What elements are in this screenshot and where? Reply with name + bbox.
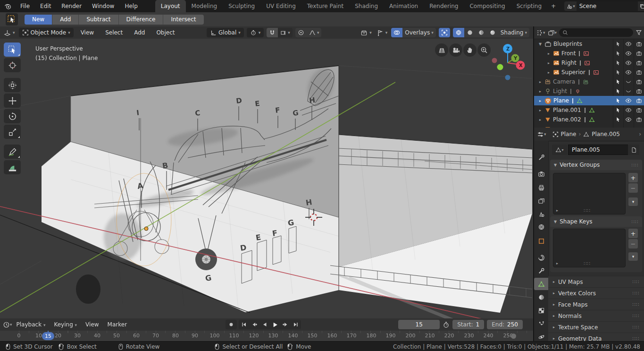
outliner-row-plane-002[interactable]: ▸ Plane.002 (534, 115, 644, 124)
transform-orientation-dropdown[interactable]: Global ▾ (207, 28, 244, 37)
breadcrumb-data[interactable]: Plane.005 (592, 131, 620, 137)
render-toggle[interactable] (634, 58, 644, 68)
hide-toggle[interactable] (623, 86, 634, 96)
menu-help[interactable]: Help (119, 0, 142, 12)
hide-toggle[interactable] (623, 96, 634, 105)
tool-cursor[interactable] (4, 58, 21, 72)
tab-output[interactable] (534, 181, 548, 194)
shape-key-remove-button[interactable]: − (628, 239, 638, 248)
tab-object-data[interactable] (534, 278, 548, 290)
toggle-perspective-button[interactable] (435, 43, 448, 57)
mesh-name-input[interactable] (568, 145, 631, 155)
hide-toggle[interactable] (623, 49, 634, 58)
vertex-group-remove-button[interactable]: − (628, 183, 638, 193)
overlays-dropdown[interactable]: Overlays▾ (402, 28, 435, 37)
selectable-toggle[interactable] (613, 86, 623, 96)
tool-move[interactable] (4, 94, 21, 108)
xray-toggle[interactable] (439, 28, 450, 37)
breadcrumb-object[interactable]: Plane (561, 131, 577, 137)
tab-modeling[interactable]: Modeling (186, 0, 223, 12)
outliner-row-camera[interactable]: ▸ Camera (534, 77, 644, 86)
shape-key-specials-button[interactable]: ▾ (628, 252, 638, 261)
selectable-toggle[interactable] (613, 58, 623, 68)
menu-edit[interactable]: Edit (35, 0, 56, 12)
panel-uv-maps[interactable]: ▸UV Maps∷∷ (548, 276, 644, 287)
panel-normals[interactable]: ▸Normals∷∷ (548, 310, 644, 321)
record-button[interactable] (226, 320, 237, 329)
viewport-menu-add[interactable]: Add (130, 29, 149, 36)
jump-to-start-button[interactable] (239, 320, 249, 329)
outliner-search-input[interactable] (570, 29, 614, 36)
scene-name-field[interactable]: Scene (577, 1, 638, 11)
outliner-row-blueprints[interactable]: ▼ Blueprints (534, 39, 644, 49)
render-toggle[interactable] (634, 49, 644, 58)
tab-animation[interactable]: Animation (384, 0, 424, 12)
panel-vertex-colors[interactable]: ▸Vertex Colors∷∷ (548, 287, 644, 299)
tool-select-box[interactable] (4, 43, 21, 57)
auto-keyframe-button[interactable] (443, 321, 450, 328)
hide-toggle[interactable] (623, 115, 634, 124)
tab-texture-paint[interactable]: Texture Paint (301, 0, 349, 12)
timeline-editor-type-button[interactable]: ▾ (3, 321, 12, 328)
tab-material[interactable] (534, 291, 548, 303)
tab-constraints[interactable] (534, 251, 548, 264)
tab-uv-editing[interactable]: UV Editing (260, 0, 301, 12)
shape-key-add-button[interactable]: + (628, 229, 638, 238)
tool-annotate[interactable] (4, 145, 21, 159)
timeline-menu-keying[interactable]: Keying ▾ (50, 321, 81, 328)
render-toggle[interactable] (634, 86, 644, 96)
mode-new-button[interactable]: New (25, 15, 52, 25)
tool-measure[interactable] (4, 160, 21, 174)
tab-view-layer[interactable] (534, 195, 548, 207)
current-frame-field[interactable]: 15 (398, 320, 440, 329)
frame-start-field[interactable]: Start:1 (452, 320, 484, 329)
vertex-group-add-button[interactable]: + (628, 173, 638, 182)
list-resize-handle[interactable]: ∷∷ (584, 208, 591, 213)
tool-scale[interactable] (4, 125, 21, 139)
outliner-filter-mode-dropdown[interactable]: ▾ (548, 29, 557, 36)
mode-intersect-button[interactable]: Intersect (163, 15, 203, 25)
panel-texture-space[interactable]: ▸Texture Space∷∷ (548, 321, 644, 333)
new-scene-button[interactable] (638, 1, 644, 11)
menu-window[interactable]: Window (87, 0, 119, 12)
playhead[interactable]: 15 (42, 332, 54, 340)
shading-solid-button[interactable] (464, 28, 476, 37)
next-keyframe-button[interactable] (280, 320, 291, 329)
shading-dropdown[interactable]: Shading▾ (498, 28, 529, 37)
hide-toggle[interactable] (623, 77, 634, 86)
tab-layout[interactable]: Layout (155, 0, 186, 12)
tab-tool[interactable] (534, 151, 548, 163)
tool-rotate[interactable] (4, 109, 21, 123)
axis-neg-x[interactable] (492, 58, 497, 63)
object-type-visibility-dropdown[interactable]: ▾ (360, 28, 373, 37)
shading-material-button[interactable] (476, 28, 487, 37)
tab-sculpting[interactable]: Sculpting (223, 0, 260, 12)
axis-neg-y[interactable] (497, 64, 503, 70)
active-tool-button[interactable] (6, 13, 18, 26)
mesh-id-dropdown[interactable]: ▾ (552, 145, 567, 155)
outliner-row-plane-001[interactable]: ▸ Plane.001 (534, 105, 644, 115)
mode-difference-button[interactable]: Difference (119, 15, 164, 25)
previous-keyframe-button[interactable] (249, 320, 259, 329)
list-filter-expand[interactable]: ▸ (556, 261, 558, 265)
render-toggle[interactable] (634, 105, 644, 115)
selectable-toggle[interactable] (613, 39, 623, 49)
tab-shading[interactable]: Shading (349, 0, 384, 12)
tab-physics[interactable] (534, 331, 548, 341)
hide-toggle[interactable] (623, 39, 634, 49)
browse-scene-button[interactable]: ▾ (564, 1, 577, 11)
mode-add-button[interactable]: Add (52, 15, 79, 25)
zoom-view-button[interactable] (477, 43, 491, 57)
selectable-toggle[interactable] (613, 96, 623, 105)
timeline-menu-marker[interactable]: Marker (103, 321, 131, 328)
timeline-ruler[interactable]: 0 10 20 30 40 50 60 70 80 90 100 110 120… (0, 331, 533, 341)
editor-type-button[interactable]: ▾ (3, 28, 16, 37)
hide-toggle[interactable] (623, 58, 634, 68)
render-toggle[interactable] (634, 39, 644, 49)
gizmos-dropdown[interactable]: ▾ (376, 28, 389, 37)
overlays-toggle[interactable] (391, 28, 402, 37)
panel-face-maps[interactable]: ▸Face Maps∷∷ (548, 299, 644, 310)
tab-modifiers[interactable] (534, 265, 548, 277)
tab-scene[interactable] (534, 208, 548, 220)
shading-wireframe-button[interactable] (453, 28, 464, 37)
